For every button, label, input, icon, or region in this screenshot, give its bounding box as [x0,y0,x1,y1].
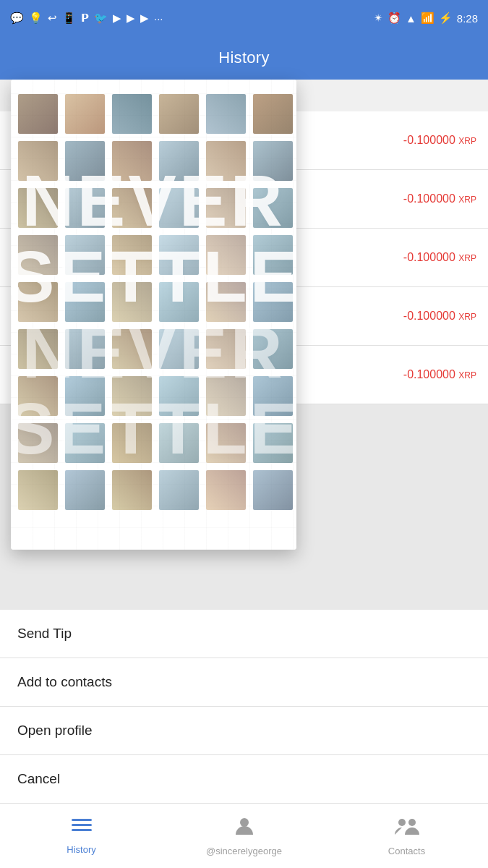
account-nav-label: @sincerelygeorge [206,846,282,856]
battery-icon: ⚡ [439,12,453,25]
svg-rect-1 [77,819,79,821]
profile-overlay: NEVER SETTLE NEVER SETTLE [11,80,296,550]
svg-rect-5 [77,829,79,831]
message-icon: 💬 [10,12,24,25]
youtube2-icon: ▶ [127,12,135,25]
youtube-icon: ▶ [113,12,121,25]
contacts-nav-icon [395,816,419,841]
pinterest-icon: 𝗣 [81,12,89,25]
signal-icon: 📶 [421,12,435,25]
svg-point-7 [398,819,406,826]
status-icons-right: ✴ ⏰ ▲ 📶 ⚡ 8:28 [374,12,478,25]
add-to-contacts-button[interactable]: Add to contacts [0,658,488,707]
item-amount-2: -0.100000 XRP [403,192,476,205]
arrow-icon: ↩ [48,12,57,25]
history-nav-icon [72,817,92,840]
youtube3-icon: ▶ [140,12,149,25]
bluetooth-icon: ✴ [374,12,383,25]
alarm-icon: ⏰ [388,12,401,25]
more-icon: ··· [154,12,163,25]
open-profile-button[interactable]: Open profile [0,707,488,755]
never-text-2: NEVER [22,315,286,391]
never-text-1: NEVER [22,163,286,239]
settle-text-2: SETTLE [11,391,296,467]
nav-contacts[interactable]: Contacts [325,816,488,856]
status-icons-left: 💬 💡 ↩ 📱 𝗣 🐦 ▶ ▶ ▶ ··· [10,12,163,25]
svg-rect-2 [72,824,92,826]
svg-point-6 [240,818,249,827]
item-amount-5: -0.100000 XRP [403,368,476,381]
time-display: 8:28 [457,12,478,25]
app-title: History [218,48,270,67]
svg-rect-0 [72,819,92,821]
contacts-nav-label: Contacts [388,846,425,856]
never-settle-art: NEVER SETTLE NEVER SETTLE [11,80,296,550]
nav-history[interactable]: History [0,817,163,855]
status-bar: 💬 💡 ↩ 📱 𝗣 🐦 ▶ ▶ ▶ ··· ✴ ⏰ ▲ 📶 ⚡ 8:28 [0,0,488,36]
nav-account[interactable]: @sincerelygeorge [163,816,325,856]
item-amount-4: -0.100000 XRP [403,310,476,323]
app-bar: History [0,36,488,80]
history-nav-label: History [67,844,95,855]
cancel-button[interactable]: Cancel [0,755,488,803]
send-tip-button[interactable]: Send Tip [0,610,488,658]
account-nav-icon [234,816,254,841]
whatsapp-icon: 📱 [62,12,76,25]
svg-rect-4 [72,829,92,831]
twitter-icon: 🐦 [94,12,108,25]
action-menu: Send Tip Add to contacts Open profile Ca… [0,610,488,803]
svg-rect-3 [77,824,79,826]
svg-point-8 [408,819,416,826]
bulb-icon: 💡 [29,12,43,25]
wifi-icon: ▲ [406,12,416,25]
bottom-nav: History @sincerelygeorge Contacts [0,803,488,868]
settle-text-1: SETTLE [11,239,296,315]
item-amount-3: -0.100000 XRP [403,251,476,264]
item-amount-1: -0.100000 XRP [403,134,476,147]
